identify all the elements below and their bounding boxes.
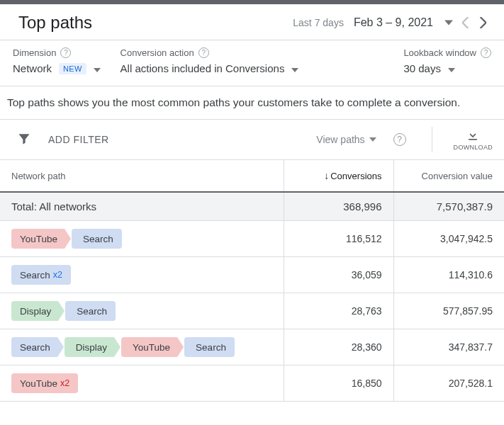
path-cell: Searchx2 <box>0 257 284 293</box>
network-path: Searchx2 <box>11 265 272 285</box>
download-button[interactable]: DOWNLOAD <box>454 128 493 151</box>
col-path-header[interactable]: Network path <box>0 160 284 192</box>
separator <box>432 127 432 152</box>
conversions-cell: 116,512 <box>284 221 393 257</box>
toolbar: ADD FILTER View paths ? DOWNLOAD <box>0 120 504 160</box>
help-icon[interactable]: ? <box>393 133 406 146</box>
path-chip-search: Search <box>184 337 235 357</box>
view-paths-dropdown[interactable]: View paths <box>316 134 376 145</box>
network-path: YouTubex2 <box>11 373 272 393</box>
path-chip-display: Display <box>11 301 58 321</box>
value-cell: 114,310.6 <box>393 257 504 293</box>
col-conversions-header[interactable]: ↓Conversions <box>284 160 393 192</box>
path-count: x2 <box>53 270 62 280</box>
download-label: DOWNLOAD <box>454 144 493 151</box>
lookback-value-text: 30 days <box>403 62 441 74</box>
conversions-cell: 28,360 <box>284 329 393 366</box>
value-cell: 347,837.7 <box>393 329 504 366</box>
path-count: x2 <box>60 378 69 388</box>
table-row[interactable]: SearchDisplayYouTubeSearch28,360347,837.… <box>0 329 504 366</box>
filter-icon[interactable] <box>17 132 31 148</box>
dimension-label: Dimension ? <box>13 47 101 58</box>
value-cell: 207,528.1 <box>393 366 504 402</box>
path-chip-display: Display <box>65 337 114 357</box>
chevron-down-icon <box>94 62 101 74</box>
view-paths-label: View paths <box>316 134 364 145</box>
lookback-filter[interactable]: Lookback window ? 30 days <box>403 47 491 74</box>
table-header-row: Network path ↓Conversions Conversion val… <box>0 160 504 192</box>
path-chip-youtube: YouTube <box>121 337 177 357</box>
dimension-label-text: Dimension <box>13 47 56 58</box>
help-icon[interactable]: ? <box>198 47 209 58</box>
path-cell: SearchDisplayYouTubeSearch <box>0 329 284 366</box>
table-row[interactable]: DisplaySearch28,763577,857.95 <box>0 293 504 329</box>
path-chip-search: Search <box>72 229 122 249</box>
add-filter-button[interactable]: ADD FILTER <box>48 134 109 145</box>
next-period-button[interactable] <box>474 14 491 31</box>
chevron-down-icon <box>291 62 298 74</box>
header: Top paths Last 7 days Feb 3 – 9, 2021 <box>0 4 504 40</box>
sort-desc-icon: ↓ <box>324 170 329 181</box>
table-row[interactable]: YouTubeSearch116,5123,047,942.5 <box>0 221 504 257</box>
lookback-label: Lookback window ? <box>403 47 491 58</box>
description-text: Top paths shows you the most common path… <box>0 86 504 120</box>
paths-table: Network path ↓Conversions Conversion val… <box>0 160 504 402</box>
prev-period-button[interactable] <box>457 14 474 31</box>
filters-bar: Dimension ? Network NEW Conversion actio… <box>0 40 504 86</box>
table-row[interactable]: Searchx236,059114,310.6 <box>0 257 504 293</box>
conversion-action-label: Conversion action ? <box>121 47 299 58</box>
path-chip-youtube: YouTubex2 <box>11 373 78 393</box>
conversions-cell: 16,850 <box>284 366 393 402</box>
network-path: YouTubeSearch <box>11 229 272 249</box>
total-conversions: 368,996 <box>284 192 393 221</box>
conversion-action-value-text: All actions included in Conversions <box>121 62 285 74</box>
path-cell: DisplaySearch <box>0 293 284 329</box>
help-icon[interactable]: ? <box>60 47 71 58</box>
page-title: Top paths <box>18 13 293 33</box>
total-row: Total: All networks 368,996 7,570,387.9 <box>0 192 504 221</box>
conversion-action-label-text: Conversion action <box>121 47 194 58</box>
path-cell: YouTubex2 <box>0 366 284 402</box>
chevron-down-icon <box>448 62 455 74</box>
dimension-value[interactable]: Network NEW <box>13 62 101 74</box>
conversion-action-filter[interactable]: Conversion action ? All actions included… <box>121 47 299 74</box>
conversions-cell: 28,763 <box>284 293 393 329</box>
dimension-filter[interactable]: Dimension ? Network NEW <box>13 47 101 74</box>
new-badge: NEW <box>59 63 86 74</box>
path-chip-search: Search <box>65 301 116 321</box>
path-chip-youtube: YouTube <box>11 229 65 249</box>
conversion-action-value[interactable]: All actions included in Conversions <box>121 62 299 74</box>
network-path: DisplaySearch <box>11 301 272 321</box>
path-chip-search: Search <box>11 337 57 357</box>
date-period-label: Last 7 days <box>293 17 344 28</box>
date-range-dropdown-icon[interactable] <box>440 14 457 31</box>
dimension-value-text: Network <box>13 62 52 74</box>
lookback-label-text: Lookback window <box>403 47 476 58</box>
path-cell: YouTubeSearch <box>0 221 284 257</box>
lookback-value[interactable]: 30 days <box>403 62 491 74</box>
path-chip-search: Searchx2 <box>11 265 71 285</box>
date-range-picker[interactable]: Feb 3 – 9, 2021 <box>354 16 433 29</box>
total-label: Total: All networks <box>0 192 284 221</box>
table-row[interactable]: YouTubex216,850207,528.1 <box>0 366 504 402</box>
value-cell: 577,857.95 <box>393 293 504 329</box>
network-path: SearchDisplayYouTubeSearch <box>11 337 272 357</box>
total-value: 7,570,387.9 <box>393 192 504 221</box>
conversions-cell: 36,059 <box>284 257 393 293</box>
help-icon[interactable]: ? <box>481 47 491 58</box>
col-value-header[interactable]: Conversion value <box>393 160 504 192</box>
col-conversions-label: Conversions <box>330 171 381 181</box>
value-cell: 3,047,942.5 <box>393 221 504 257</box>
